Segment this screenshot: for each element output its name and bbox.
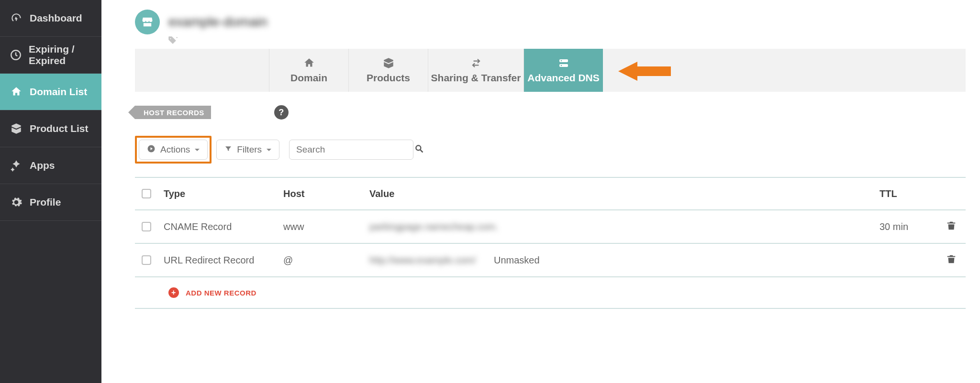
home-icon: [10, 85, 23, 98]
svg-rect-1: [559, 59, 568, 62]
add-label: ADD NEW RECORD: [186, 289, 256, 297]
tab-label: Advanced DNS: [527, 72, 600, 84]
svg-point-3: [560, 60, 561, 61]
cell-value[interactable]: http://www.example.com/: [369, 255, 494, 266]
help-icon[interactable]: ?: [274, 105, 289, 120]
cell-host[interactable]: www: [283, 221, 369, 232]
dashboard-icon: [10, 11, 23, 25]
svg-rect-2: [559, 64, 568, 67]
box-icon: [10, 122, 23, 135]
svg-point-4: [560, 65, 561, 66]
sidebar-item-label: Expiring / Expired: [29, 44, 101, 66]
search-input[interactable]: [296, 144, 410, 155]
button-label: Actions: [160, 144, 190, 155]
sidebar-item-label: Product List: [30, 123, 89, 134]
sidebar-item-label: Domain List: [30, 86, 87, 98]
tabs-spacer: [135, 49, 269, 92]
button-label: Filters: [237, 144, 262, 155]
sidebar: Dashboard Expiring / Expired Domain List…: [0, 0, 101, 383]
main: example-domain Domain Products Sharing &…: [101, 0, 980, 383]
cell-type[interactable]: CNAME Record: [164, 221, 283, 232]
filter-icon: [224, 144, 232, 155]
sidebar-item-label: Apps: [30, 160, 55, 171]
cell-value[interactable]: parkingpage.namecheap.com.: [369, 221, 494, 232]
table-row: CNAME Record www parkingpage.namecheap.c…: [135, 210, 966, 244]
chevron-down-icon: [267, 149, 271, 153]
host-records-table: Type Host Value TTL CNAME Record www par…: [135, 177, 966, 309]
plus-icon: +: [168, 287, 179, 298]
svg-line-9: [421, 150, 423, 153]
sidebar-item-product-list[interactable]: Product List: [0, 110, 101, 147]
add-tag-icon[interactable]: [167, 35, 178, 48]
sidebar-item-expiring[interactable]: Expiring / Expired: [0, 37, 101, 74]
play-icon: [147, 144, 156, 155]
tab-label: Domain: [290, 72, 327, 84]
tab-products[interactable]: Products: [348, 49, 428, 92]
apps-icon: [10, 159, 23, 172]
add-new-record-button[interactable]: + ADD NEW RECORD: [135, 277, 966, 309]
home-icon: [303, 57, 315, 69]
server-icon: [557, 57, 570, 69]
tab-sharing-transfer[interactable]: Sharing & Transfer: [428, 49, 523, 92]
callout-arrow-icon: [618, 59, 671, 85]
filters-button[interactable]: Filters: [216, 140, 279, 160]
sidebar-item-dashboard[interactable]: Dashboard: [0, 0, 101, 37]
cell-host[interactable]: @: [283, 255, 369, 266]
sidebar-item-label: Profile: [30, 197, 61, 208]
box-icon: [382, 57, 395, 69]
tab-domain[interactable]: Domain: [269, 49, 348, 92]
row-checkbox[interactable]: [142, 255, 151, 265]
toolbar: Actions Filters: [135, 136, 966, 164]
delete-row-button[interactable]: [946, 220, 957, 233]
search-icon: [414, 144, 424, 155]
sidebar-item-domain-list[interactable]: Domain List: [0, 74, 101, 110]
clock-icon: [10, 48, 22, 62]
domain-header: example-domain: [135, 9, 966, 35]
section-row: HOST RECORDS ?: [135, 105, 966, 120]
tab-advanced-dns[interactable]: Advanced DNS: [523, 49, 603, 92]
search-box[interactable]: [289, 140, 413, 160]
col-value: Value: [369, 188, 494, 199]
sidebar-item-profile[interactable]: Profile: [0, 184, 101, 221]
sidebar-item-apps[interactable]: Apps: [0, 147, 101, 184]
cell-extra: Unmasked: [494, 255, 590, 266]
tabs: Domain Products Sharing & Transfer Advan…: [135, 49, 966, 92]
sidebar-item-label: Dashboard: [30, 12, 82, 24]
table-row: URL Redirect Record @ http://www.example…: [135, 244, 966, 277]
col-type: Type: [164, 188, 283, 199]
row-checkbox[interactable]: [142, 222, 151, 231]
svg-point-8: [416, 145, 421, 150]
actions-highlight: Actions: [135, 136, 212, 164]
domain-name: example-domain: [168, 14, 267, 30]
chevron-down-icon: [195, 149, 200, 153]
cell-ttl[interactable]: 30 min: [880, 221, 937, 232]
col-host: Host: [283, 188, 369, 199]
tab-label: Products: [367, 72, 410, 84]
gear-icon: [10, 196, 23, 209]
svg-marker-5: [618, 62, 671, 81]
actions-button[interactable]: Actions: [139, 140, 208, 160]
table-header: Type Host Value TTL: [135, 177, 966, 210]
section-label: HOST RECORDS: [135, 106, 211, 119]
col-ttl: TTL: [880, 188, 937, 199]
select-all-checkbox[interactable]: [142, 189, 151, 198]
transfer-icon: [469, 57, 483, 69]
cell-type[interactable]: URL Redirect Record: [164, 255, 283, 266]
tab-label: Sharing & Transfer: [431, 72, 521, 84]
delete-row-button[interactable]: [946, 254, 957, 267]
store-icon: [135, 10, 160, 34]
